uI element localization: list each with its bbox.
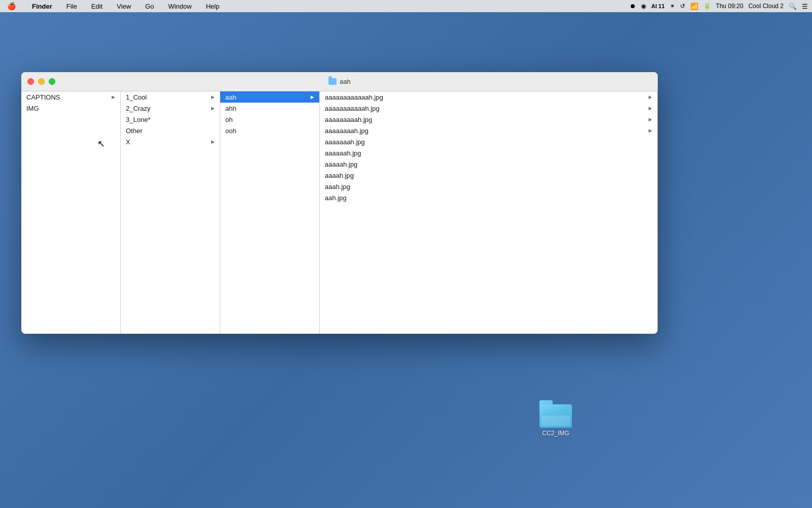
list-item[interactable]: X ▶ [121, 136, 220, 147]
list-item[interactable]: 3_Lone* [121, 114, 220, 125]
chevron-right-icon: ▶ [311, 94, 314, 100]
list-item[interactable]: aaaaah.jpg [320, 158, 657, 170]
folder-body [539, 404, 572, 428]
chevron-right-icon: ▶ [649, 106, 652, 111]
minimize-button[interactable] [38, 78, 45, 85]
close-button[interactable] [27, 78, 34, 85]
control-center-icon[interactable]: ☰ [802, 3, 808, 10]
menubar: 🍎 Finder File Edit View Go Window Help ⏺… [0, 0, 812, 12]
list-item[interactable]: aaaah.jpg [320, 170, 657, 181]
list-item[interactable]: aah ▶ [220, 91, 319, 103]
list-item[interactable]: aaah.jpg [320, 181, 657, 192]
folder-icon [539, 400, 572, 428]
list-item[interactable]: aaaaaaaah.jpg ▶ [320, 125, 657, 136]
list-item[interactable]: aaaaaaaaaaaah.jpg ▶ [320, 91, 657, 103]
clock: Thu 09:20 [716, 3, 743, 10]
title-folder-icon [328, 78, 336, 85]
search-icon[interactable]: 🔍 [789, 3, 797, 10]
menu-edit[interactable]: Edit [88, 2, 106, 11]
column-4-files: aaaaaaaaaaaah.jpg ▶ aaaaaaaaaaah.jpg ▶ a… [320, 91, 658, 334]
chevron-right-icon: ▶ [649, 117, 652, 122]
battery-icon[interactable]: 🔋 [703, 3, 711, 10]
menu-help[interactable]: Help [203, 2, 223, 11]
chevron-right-icon: ▶ [649, 94, 652, 100]
chevron-right-icon: ▶ [211, 139, 215, 144]
cast-icon[interactable]: ◉ [641, 3, 646, 10]
chevron-right-icon: ▶ [649, 128, 652, 133]
menu-view[interactable]: View [114, 2, 134, 11]
chevron-right-icon: ▶ [211, 94, 215, 100]
ai-icon[interactable]: AI 11 [651, 3, 664, 9]
list-item[interactable]: aaaaaaaaah.jpg ▶ [320, 114, 657, 125]
wifi-icon[interactable]: 📶 [690, 3, 698, 10]
menubar-left: 🍎 Finder File Edit View Go Window Help [4, 1, 222, 11]
folder-shine [542, 416, 570, 426]
window-title-area: aah [328, 78, 351, 85]
column-3: aah ▶ ahh oh ooh [220, 91, 320, 334]
menu-go[interactable]: Go [142, 2, 157, 11]
list-item[interactable]: ahh [220, 103, 319, 114]
desktop-icon-cc2img[interactable]: CC2_IMG [535, 400, 576, 437]
bluetooth-icon[interactable]: ✴ [670, 3, 675, 10]
record-icon[interactable]: ⏺ [630, 3, 636, 10]
list-item[interactable]: aaaaaaaaaaah.jpg ▶ [320, 103, 657, 114]
list-item[interactable]: aah.jpg [320, 192, 657, 203]
column-1: CAPTIONS ▶ IMG [21, 91, 121, 334]
list-item[interactable]: CAPTIONS ▶ [21, 91, 120, 103]
menu-finder[interactable]: Finder [29, 2, 55, 11]
menubar-right: ⏺ ◉ AI 11 ✴ ↺ 📶 🔋 Thu 09:20 Cool Cloud 2… [630, 3, 808, 10]
list-item[interactable]: aaaaaah.jpg [320, 147, 657, 158]
traffic-lights [27, 78, 55, 85]
chevron-right-icon: ▶ [211, 106, 215, 111]
menu-file[interactable]: File [63, 2, 80, 11]
columns-container: CAPTIONS ▶ IMG 1_Cool ▶ 2_Crazy ▶ 3_ [21, 91, 658, 334]
maximize-button[interactable] [49, 78, 55, 85]
window-title: aah [340, 78, 351, 85]
desktop-icon-label: CC2_IMG [542, 430, 569, 437]
title-bar: aah [21, 72, 658, 91]
menu-window[interactable]: Window [165, 2, 194, 11]
list-item[interactable]: IMG [21, 103, 120, 114]
list-item[interactable]: Other [121, 125, 220, 136]
app-name: Cool Cloud 2 [749, 3, 784, 10]
list-item[interactable]: 1_Cool ▶ [121, 91, 220, 103]
apple-menu[interactable]: 🍎 [4, 1, 19, 11]
list-item[interactable]: oh [220, 114, 319, 125]
desktop: aah CAPTIONS ▶ IMG 1_Cool ▶ [0, 12, 812, 508]
finder-window: aah CAPTIONS ▶ IMG 1_Cool ▶ [21, 72, 658, 334]
list-item[interactable]: 2_Crazy ▶ [121, 103, 220, 114]
list-item[interactable]: ooh [220, 125, 319, 136]
time-machine-icon[interactable]: ↺ [680, 3, 685, 10]
column-2: 1_Cool ▶ 2_Crazy ▶ 3_Lone* Other X ▶ [121, 91, 220, 334]
chevron-right-icon: ▶ [112, 94, 115, 100]
list-item[interactable]: aaaaaaah.jpg [320, 136, 657, 147]
